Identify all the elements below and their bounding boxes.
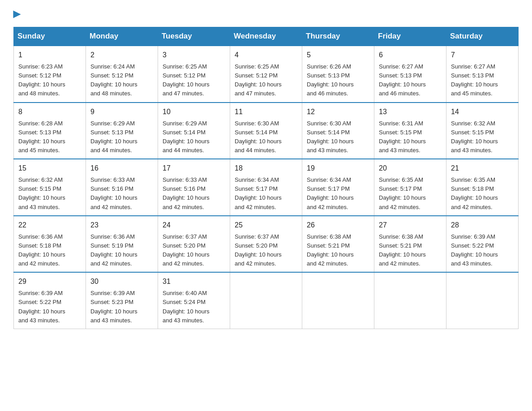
day-info: Sunrise: 6:38 AMSunset: 5:21 PMDaylight:… [379, 232, 442, 269]
day-info: Sunrise: 6:35 AMSunset: 5:17 PMDaylight:… [379, 176, 442, 212]
day-number: 16 [90, 163, 153, 174]
calendar-cell [230, 272, 302, 329]
calendar-cell: 4Sunrise: 6:25 AMSunset: 5:12 PMDaylight… [230, 46, 302, 103]
day-info: Sunrise: 6:36 AMSunset: 5:19 PMDaylight:… [90, 232, 153, 269]
day-info: Sunrise: 6:37 AMSunset: 5:20 PMDaylight:… [235, 232, 297, 269]
calendar-cell: 5Sunrise: 6:26 AMSunset: 5:13 PMDaylight… [302, 46, 374, 103]
day-info: Sunrise: 6:29 AMSunset: 5:13 PMDaylight:… [90, 119, 153, 155]
day-number: 31 [163, 276, 225, 287]
day-info: Sunrise: 6:33 AMSunset: 5:16 PMDaylight:… [90, 176, 153, 212]
calendar-cell: 14Sunrise: 6:32 AMSunset: 5:15 PMDayligh… [446, 103, 519, 159]
calendar-cell: 6Sunrise: 6:27 AMSunset: 5:13 PMDaylight… [374, 46, 446, 103]
week-row-3: 15Sunrise: 6:32 AMSunset: 5:15 PMDayligh… [14, 159, 519, 216]
day-number: 29 [18, 276, 81, 287]
calendar-cell: 20Sunrise: 6:35 AMSunset: 5:17 PMDayligh… [374, 159, 446, 216]
day-number: 19 [307, 163, 369, 174]
calendar-cell: 2Sunrise: 6:24 AMSunset: 5:12 PMDaylight… [86, 46, 158, 103]
day-info: Sunrise: 6:23 AMSunset: 5:12 PMDaylight:… [18, 62, 81, 98]
calendar-cell: 25Sunrise: 6:37 AMSunset: 5:20 PMDayligh… [230, 216, 302, 273]
day-number: 10 [163, 107, 225, 117]
column-header-friday: Friday [374, 27, 446, 46]
calendar-cell: 8Sunrise: 6:28 AMSunset: 5:13 PMDaylight… [14, 103, 86, 159]
day-info: Sunrise: 6:35 AMSunset: 5:18 PMDaylight:… [451, 176, 514, 212]
calendar-cell: 22Sunrise: 6:36 AMSunset: 5:18 PMDayligh… [14, 216, 86, 273]
day-info: Sunrise: 6:36 AMSunset: 5:18 PMDaylight:… [18, 232, 81, 269]
calendar-header-row: SundayMondayTuesdayWednesdayThursdayFrid… [14, 27, 519, 46]
day-info: Sunrise: 6:26 AMSunset: 5:13 PMDaylight:… [307, 62, 369, 98]
day-number: 23 [90, 220, 153, 231]
day-number: 4 [235, 50, 297, 60]
day-info: Sunrise: 6:32 AMSunset: 5:15 PMDaylight:… [18, 176, 81, 212]
day-number: 11 [235, 107, 297, 117]
day-number: 26 [307, 220, 369, 231]
day-number: 24 [163, 220, 225, 231]
day-info: Sunrise: 6:27 AMSunset: 5:13 PMDaylight:… [451, 62, 514, 98]
day-info: Sunrise: 6:28 AMSunset: 5:13 PMDaylight:… [18, 119, 81, 155]
column-header-saturday: Saturday [446, 27, 519, 46]
page-header [13, 9, 519, 18]
day-info: Sunrise: 6:30 AMSunset: 5:14 PMDaylight:… [235, 119, 297, 155]
logo-triangle-icon [12, 9, 22, 20]
day-info: Sunrise: 6:25 AMSunset: 5:12 PMDaylight:… [163, 62, 225, 98]
week-row-4: 22Sunrise: 6:36 AMSunset: 5:18 PMDayligh… [14, 216, 519, 273]
day-info: Sunrise: 6:25 AMSunset: 5:12 PMDaylight:… [235, 62, 297, 98]
logo [13, 9, 22, 18]
day-info: Sunrise: 6:39 AMSunset: 5:22 PMDaylight:… [451, 232, 514, 269]
calendar-cell: 23Sunrise: 6:36 AMSunset: 5:19 PMDayligh… [86, 216, 158, 273]
day-number: 22 [18, 220, 81, 231]
day-info: Sunrise: 6:32 AMSunset: 5:15 PMDaylight:… [451, 119, 514, 155]
calendar-cell: 17Sunrise: 6:33 AMSunset: 5:16 PMDayligh… [158, 159, 230, 216]
week-row-2: 8Sunrise: 6:28 AMSunset: 5:13 PMDaylight… [14, 103, 519, 159]
day-number: 25 [235, 220, 297, 231]
day-info: Sunrise: 6:27 AMSunset: 5:13 PMDaylight:… [379, 62, 442, 98]
calendar-cell: 7Sunrise: 6:27 AMSunset: 5:13 PMDaylight… [446, 46, 519, 103]
day-info: Sunrise: 6:31 AMSunset: 5:15 PMDaylight:… [379, 119, 442, 155]
day-info: Sunrise: 6:40 AMSunset: 5:24 PMDaylight:… [163, 289, 225, 325]
day-info: Sunrise: 6:37 AMSunset: 5:20 PMDaylight:… [163, 232, 225, 269]
day-number: 8 [18, 107, 81, 117]
day-number: 13 [379, 107, 442, 117]
day-info: Sunrise: 6:29 AMSunset: 5:14 PMDaylight:… [163, 119, 225, 155]
day-info: Sunrise: 6:38 AMSunset: 5:21 PMDaylight:… [307, 232, 369, 269]
day-info: Sunrise: 6:39 AMSunset: 5:22 PMDaylight:… [18, 289, 81, 325]
calendar-cell: 18Sunrise: 6:34 AMSunset: 5:17 PMDayligh… [230, 159, 302, 216]
week-row-1: 1Sunrise: 6:23 AMSunset: 5:12 PMDaylight… [14, 46, 519, 103]
day-info: Sunrise: 6:24 AMSunset: 5:12 PMDaylight:… [90, 62, 153, 98]
day-number: 2 [90, 50, 153, 60]
calendar-cell: 19Sunrise: 6:34 AMSunset: 5:17 PMDayligh… [302, 159, 374, 216]
day-number: 20 [379, 163, 442, 174]
calendar-cell: 26Sunrise: 6:38 AMSunset: 5:21 PMDayligh… [302, 216, 374, 273]
calendar-cell: 9Sunrise: 6:29 AMSunset: 5:13 PMDaylight… [86, 103, 158, 159]
day-info: Sunrise: 6:33 AMSunset: 5:16 PMDaylight:… [163, 176, 225, 212]
column-header-tuesday: Tuesday [158, 27, 230, 46]
calendar-cell: 31Sunrise: 6:40 AMSunset: 5:24 PMDayligh… [158, 272, 230, 329]
column-header-wednesday: Wednesday [230, 27, 302, 46]
calendar-cell: 12Sunrise: 6:30 AMSunset: 5:14 PMDayligh… [302, 103, 374, 159]
calendar-cell: 11Sunrise: 6:30 AMSunset: 5:14 PMDayligh… [230, 103, 302, 159]
column-header-monday: Monday [86, 27, 158, 46]
day-number: 6 [379, 50, 442, 60]
day-number: 14 [451, 107, 514, 117]
day-number: 3 [163, 50, 225, 60]
calendar-cell: 3Sunrise: 6:25 AMSunset: 5:12 PMDaylight… [158, 46, 230, 103]
calendar-cell [374, 272, 446, 329]
calendar-cell: 10Sunrise: 6:29 AMSunset: 5:14 PMDayligh… [158, 103, 230, 159]
day-info: Sunrise: 6:39 AMSunset: 5:23 PMDaylight:… [90, 289, 153, 325]
calendar-cell: 15Sunrise: 6:32 AMSunset: 5:15 PMDayligh… [14, 159, 86, 216]
calendar-cell: 27Sunrise: 6:38 AMSunset: 5:21 PMDayligh… [374, 216, 446, 273]
calendar-cell [446, 272, 519, 329]
day-number: 28 [451, 220, 514, 231]
day-info: Sunrise: 6:34 AMSunset: 5:17 PMDaylight:… [307, 176, 369, 212]
day-number: 21 [451, 163, 514, 174]
day-number: 12 [307, 107, 369, 117]
day-number: 9 [90, 107, 153, 117]
day-number: 18 [235, 163, 297, 174]
day-number: 17 [163, 163, 225, 174]
calendar-cell: 16Sunrise: 6:33 AMSunset: 5:16 PMDayligh… [86, 159, 158, 216]
week-row-5: 29Sunrise: 6:39 AMSunset: 5:22 PMDayligh… [14, 272, 519, 329]
day-info: Sunrise: 6:34 AMSunset: 5:17 PMDaylight:… [235, 176, 297, 212]
day-number: 5 [307, 50, 369, 60]
day-number: 30 [90, 276, 153, 287]
day-info: Sunrise: 6:30 AMSunset: 5:14 PMDaylight:… [307, 119, 369, 155]
day-number: 7 [451, 50, 514, 60]
